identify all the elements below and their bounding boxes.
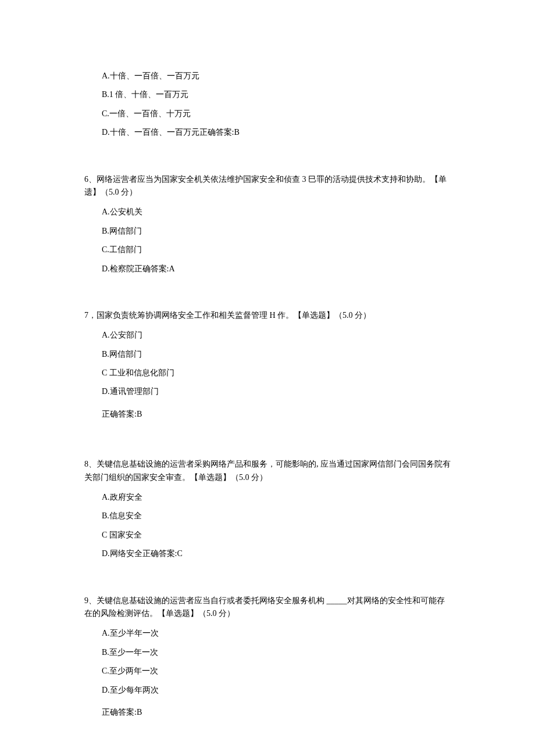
q5-option-b: B.1 倍、十倍、一百万元 bbox=[102, 88, 451, 101]
q8-option-b: B.信息安全 bbox=[102, 510, 451, 522]
q6-option-c: C.工信部门 bbox=[102, 243, 451, 256]
q7-option-a: A.公安部门 bbox=[102, 329, 451, 342]
q6-option-a: A.公安机关 bbox=[102, 206, 451, 218]
q5-option-a: A.十倍、一百倍、一百万元 bbox=[102, 70, 451, 83]
q8-option-d: D.网络安全正确答案:C bbox=[102, 547, 451, 560]
q6-stem: 6、网络运营者应当为国家安全机关依法维护国家安全和侦查 3 巳罪的活动提供技术支… bbox=[84, 173, 451, 199]
q5-option-d: D.十倍、一百倍、一百万元正确答案:B bbox=[102, 126, 451, 139]
q5-option-c: C.一倍、一百倍、十万元 bbox=[102, 108, 451, 120]
q6-option-b: B.网信部门 bbox=[102, 225, 451, 238]
q9-option-c: C.至少两年一次 bbox=[102, 665, 451, 678]
q7-option-c: C 工业和信息化部门 bbox=[102, 367, 451, 379]
q8-option-c: C 国家安全 bbox=[102, 529, 451, 542]
q7-stem: 7，国家负责统筹协调网络安全工作和相关监督管理 H 作。【单选题】（5.0 分） bbox=[84, 309, 451, 322]
q8-option-a: A.政府安全 bbox=[102, 491, 451, 504]
q8-stem: 8、关键信息基础设施的运营者采购网络产品和服务，可能影响的, 应当通过国家网信部… bbox=[84, 458, 451, 484]
q9-option-b: B.至少一年一次 bbox=[102, 646, 451, 659]
q6-option-d: D.检察院正确答案:A bbox=[102, 263, 451, 275]
q7-answer: 正确答案:B bbox=[102, 408, 451, 421]
q7-option-b: B.网信部门 bbox=[102, 348, 451, 361]
q9-option-a: A.至少半年一次 bbox=[102, 627, 451, 640]
q9-stem: 9、关键信息基础设施的运营者应当自行或者委托网络安全服务机构 _____对其网络… bbox=[84, 594, 451, 621]
q9-option-d: D.至少每年两次 bbox=[102, 684, 451, 697]
q9-answer: 正确答案:B bbox=[102, 706, 451, 719]
q7-option-d: D.通讯管理部门 bbox=[102, 385, 451, 398]
document-page: A.十倍、一百倍、一百万元 B.1 倍、十倍、一百万元 C.一倍、一百倍、十万元… bbox=[0, 0, 535, 756]
